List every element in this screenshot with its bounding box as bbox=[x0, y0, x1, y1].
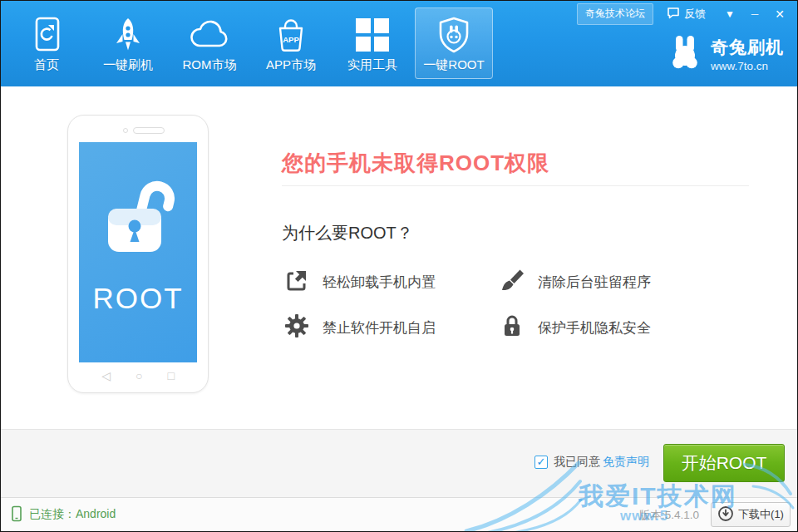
tab-one-key-flash[interactable]: 一键刷机 bbox=[87, 1, 169, 86]
svg-text:APP: APP bbox=[283, 35, 299, 44]
agree-group: ✓ 我已同意免责声明 bbox=[534, 455, 649, 470]
phone-screen: ROOT bbox=[79, 142, 197, 362]
app-window: 首页 一键刷机 ROM市场 APP APP市场 bbox=[0, 0, 798, 532]
tools-grid-icon bbox=[356, 14, 389, 56]
camera-dot bbox=[123, 128, 128, 133]
phone-root-label: ROOT bbox=[79, 282, 197, 315]
minimize-button[interactable]: ─ bbox=[742, 7, 767, 22]
page-title: 您的手机未取得ROOT权限 bbox=[282, 149, 549, 178]
feature-clean: 清除后台驻留程序 bbox=[500, 268, 651, 296]
window-controls: 奇兔技术论坛 反馈 ▼ ─ ✕ bbox=[577, 3, 792, 25]
feature-uninstall: 轻松卸载手机内置 bbox=[284, 268, 436, 296]
rocket-icon bbox=[110, 14, 146, 56]
header: 首页 一键刷机 ROM市场 APP APP市场 bbox=[1, 1, 797, 86]
shopping-bag-icon: APP bbox=[272, 14, 310, 56]
rabbit-logo-icon bbox=[667, 34, 703, 74]
tab-tools[interactable]: 实用工具 bbox=[332, 1, 413, 86]
download-icon bbox=[717, 505, 734, 525]
download-label: 下载中(1) bbox=[738, 507, 784, 522]
start-root-button[interactable]: 开始ROOT bbox=[663, 444, 785, 482]
home-refresh-icon bbox=[28, 14, 65, 56]
download-button[interactable]: 下载中(1) bbox=[711, 502, 791, 527]
main-content: ROOT ◁ ○ □ 您的手机未取得ROOT权限 为什么要ROOT？ 轻松卸载手… bbox=[1, 86, 797, 429]
tab-rom-market[interactable]: ROM市场 bbox=[169, 1, 250, 86]
feature-label: 保护手机隐私安全 bbox=[538, 318, 651, 337]
android-back-icon: ◁ bbox=[101, 369, 111, 382]
main-nav: 首页 一键刷机 ROM市场 APP APP市场 bbox=[6, 1, 495, 86]
speech-bubble-icon bbox=[667, 7, 680, 22]
brand-name: 奇兔刷机 bbox=[711, 36, 784, 59]
feature-autostart: 禁止软件开机自启 bbox=[284, 313, 436, 342]
android-home-icon: ○ bbox=[135, 369, 142, 382]
feedback-label: 反馈 bbox=[684, 7, 706, 22]
why-root-heading: 为什么要ROOT？ bbox=[282, 222, 413, 244]
tab-home-label: 首页 bbox=[34, 57, 59, 73]
shield-rabbit-icon bbox=[435, 14, 473, 56]
gear-icon bbox=[284, 313, 309, 342]
phone-illustration: ROOT ◁ ○ □ bbox=[67, 115, 209, 393]
phone-nav-buttons: ◁ ○ □ bbox=[68, 369, 208, 382]
forum-button[interactable]: 奇兔技术论坛 bbox=[577, 3, 653, 25]
brand-url: www.7to.cn bbox=[711, 60, 784, 72]
tab-home[interactable]: 首页 bbox=[6, 1, 87, 86]
tab-one-key-root[interactable]: 一键ROOT bbox=[413, 1, 495, 86]
title-divider bbox=[282, 185, 749, 186]
feature-label: 禁止软件开机自启 bbox=[323, 318, 436, 337]
menu-dropdown-button[interactable]: ▼ bbox=[717, 7, 742, 22]
feedback-button[interactable]: 反馈 bbox=[667, 7, 706, 22]
tab-tools-label: 实用工具 bbox=[347, 57, 397, 73]
agree-label: 我已同意 bbox=[554, 455, 600, 470]
uninstall-icon bbox=[284, 268, 309, 296]
brush-icon bbox=[500, 268, 525, 296]
android-recent-icon: □ bbox=[167, 369, 174, 382]
action-bar: ✓ 我已同意免责声明 开始ROOT bbox=[1, 429, 797, 497]
tab-app-market[interactable]: APP APP市场 bbox=[250, 1, 332, 86]
speaker-slot bbox=[133, 127, 165, 134]
disclaimer-link[interactable]: 免责声明 bbox=[603, 455, 649, 470]
brand-logo: 奇兔刷机 www.7to.cn bbox=[667, 34, 784, 74]
tab-flash-label: 一键刷机 bbox=[103, 57, 153, 73]
tab-root-label: 一键ROOT bbox=[423, 57, 484, 73]
tab-app-label: APP市场 bbox=[266, 57, 316, 73]
tab-rom-label: ROM市场 bbox=[183, 57, 237, 73]
lock-icon bbox=[500, 313, 525, 342]
close-button[interactable]: ✕ bbox=[767, 6, 792, 22]
connection-label: 已连接：Android bbox=[29, 507, 116, 522]
agree-checkbox[interactable]: ✓ bbox=[534, 456, 548, 469]
feature-privacy: 保护手机隐私安全 bbox=[500, 313, 651, 342]
feature-label: 轻松卸载手机内置 bbox=[323, 273, 436, 292]
status-bar: 已连接：Android 版本:5.4.1.0 下载中(1) bbox=[1, 497, 797, 531]
connection-status: 已连接：Android bbox=[11, 498, 116, 531]
connected-phone-icon bbox=[11, 505, 22, 525]
feature-label: 清除后台驻留程序 bbox=[538, 273, 651, 292]
version-label: 版本:5.4.1.0 bbox=[639, 508, 699, 523]
cloud-icon bbox=[188, 14, 231, 56]
unlocked-padlock-icon bbox=[95, 174, 181, 264]
